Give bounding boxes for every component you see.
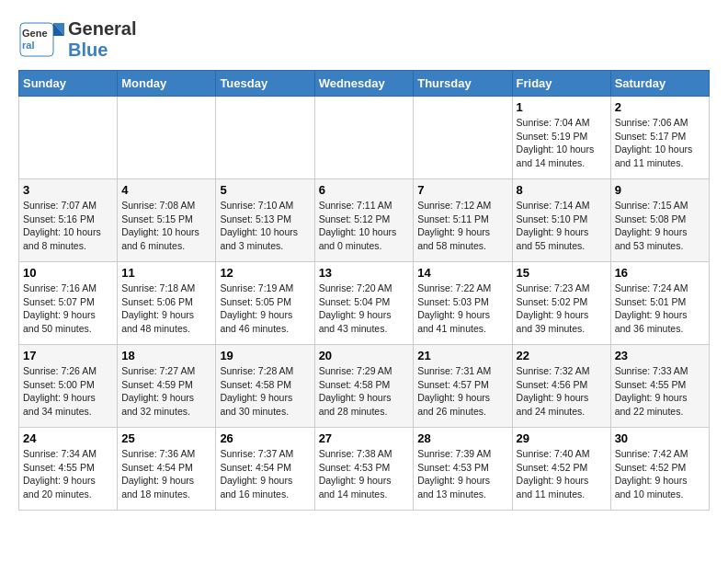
calendar-week-row: 10Sunrise: 7:16 AM Sunset: 5:07 PM Dayli… [19, 262, 710, 345]
day-number: 18 [121, 349, 211, 362]
day-info: Sunrise: 7:16 AM Sunset: 5:07 PM Dayligh… [23, 282, 113, 336]
calendar-day-cell: 4Sunrise: 7:08 AM Sunset: 5:15 PM Daylig… [118, 179, 216, 262]
calendar-day-cell: 2Sunrise: 7:06 AM Sunset: 5:17 PM Daylig… [610, 97, 709, 179]
logo: Gene ral General Blue [18, 18, 137, 61]
day-number: 19 [220, 349, 310, 362]
calendar-day-cell: 24Sunrise: 7:34 AM Sunset: 4:55 PM Dayli… [19, 428, 118, 511]
logo-svg: Gene ral [18, 21, 64, 58]
day-number: 6 [319, 183, 410, 197]
calendar-day-cell: 11Sunrise: 7:18 AM Sunset: 5:06 PM Dayli… [118, 262, 216, 345]
weekday-header-row: SundayMondayTuesdayWednesdayThursdayFrid… [19, 71, 710, 97]
day-number: 2 [615, 100, 705, 114]
weekday-header: Saturday [610, 71, 709, 97]
day-number: 22 [517, 349, 607, 362]
day-info: Sunrise: 7:36 AM Sunset: 4:54 PM Dayligh… [121, 447, 211, 501]
calendar-day-cell: 25Sunrise: 7:36 AM Sunset: 4:54 PM Dayli… [118, 428, 216, 511]
day-info: Sunrise: 7:23 AM Sunset: 5:02 PM Dayligh… [517, 282, 607, 336]
weekday-header: Wednesday [314, 71, 414, 97]
day-info: Sunrise: 7:39 AM Sunset: 4:53 PM Dayligh… [417, 447, 507, 501]
day-number: 28 [417, 431, 507, 445]
day-number: 13 [319, 266, 410, 280]
weekday-header: Tuesday [216, 71, 314, 97]
calendar-day-cell: 7Sunrise: 7:12 AM Sunset: 5:11 PM Daylig… [414, 179, 512, 262]
calendar-week-row: 3Sunrise: 7:07 AM Sunset: 5:16 PM Daylig… [19, 179, 710, 262]
day-number: 26 [220, 431, 310, 445]
day-number: 17 [23, 349, 113, 362]
day-number: 1 [517, 100, 607, 114]
calendar-day-cell: 16Sunrise: 7:24 AM Sunset: 5:01 PM Dayli… [610, 262, 709, 345]
calendar-day-cell: 9Sunrise: 7:15 AM Sunset: 5:08 PM Daylig… [610, 179, 709, 262]
calendar-day-cell: 1Sunrise: 7:04 AM Sunset: 5:19 PM Daylig… [512, 97, 610, 179]
calendar-week-row: 1Sunrise: 7:04 AM Sunset: 5:19 PM Daylig… [19, 97, 710, 179]
day-info: Sunrise: 7:24 AM Sunset: 5:01 PM Dayligh… [615, 282, 705, 336]
day-number: 8 [517, 183, 607, 197]
day-number: 14 [417, 266, 507, 280]
day-info: Sunrise: 7:37 AM Sunset: 4:54 PM Dayligh… [220, 447, 310, 501]
calendar-day-cell: 13Sunrise: 7:20 AM Sunset: 5:04 PM Dayli… [314, 262, 414, 345]
calendar-day-cell [414, 97, 512, 179]
logo-blue-text: Blue [68, 40, 108, 60]
day-info: Sunrise: 7:28 AM Sunset: 4:58 PM Dayligh… [220, 364, 310, 419]
day-info: Sunrise: 7:27 AM Sunset: 4:59 PM Dayligh… [121, 364, 211, 419]
calendar-day-cell: 22Sunrise: 7:32 AM Sunset: 4:56 PM Dayli… [512, 345, 610, 428]
calendar-day-cell [118, 97, 216, 179]
day-info: Sunrise: 7:12 AM Sunset: 5:11 PM Dayligh… [417, 199, 507, 253]
calendar-day-cell: 10Sunrise: 7:16 AM Sunset: 5:07 PM Dayli… [19, 262, 118, 345]
calendar-table: SundayMondayTuesdayWednesdayThursdayFrid… [18, 70, 710, 511]
day-info: Sunrise: 7:29 AM Sunset: 4:58 PM Dayligh… [319, 364, 410, 419]
day-info: Sunrise: 7:34 AM Sunset: 4:55 PM Dayligh… [23, 447, 113, 501]
day-number: 3 [23, 183, 113, 197]
day-number: 21 [417, 349, 507, 362]
calendar-day-cell: 21Sunrise: 7:31 AM Sunset: 4:57 PM Dayli… [414, 345, 512, 428]
day-info: Sunrise: 7:07 AM Sunset: 5:16 PM Dayligh… [23, 199, 113, 253]
day-info: Sunrise: 7:40 AM Sunset: 4:52 PM Dayligh… [517, 447, 607, 501]
page-header: Gene ral General Blue [18, 18, 710, 61]
calendar-week-row: 17Sunrise: 7:26 AM Sunset: 5:00 PM Dayli… [19, 345, 710, 428]
calendar-day-cell: 26Sunrise: 7:37 AM Sunset: 4:54 PM Dayli… [216, 428, 314, 511]
calendar-day-cell: 6Sunrise: 7:11 AM Sunset: 5:12 PM Daylig… [314, 179, 414, 262]
weekday-header: Sunday [19, 71, 118, 97]
calendar-day-cell [216, 97, 314, 179]
calendar-day-cell: 17Sunrise: 7:26 AM Sunset: 5:00 PM Dayli… [19, 345, 118, 428]
calendar-day-cell: 28Sunrise: 7:39 AM Sunset: 4:53 PM Dayli… [414, 428, 512, 511]
day-info: Sunrise: 7:18 AM Sunset: 5:06 PM Dayligh… [121, 282, 211, 336]
day-number: 7 [417, 183, 507, 197]
day-number: 12 [220, 266, 310, 280]
calendar-day-cell: 12Sunrise: 7:19 AM Sunset: 5:05 PM Dayli… [216, 262, 314, 345]
svg-text:Gene: Gene [22, 28, 48, 39]
day-number: 30 [615, 431, 705, 445]
day-info: Sunrise: 7:10 AM Sunset: 5:13 PM Dayligh… [220, 199, 310, 253]
day-info: Sunrise: 7:31 AM Sunset: 4:57 PM Dayligh… [417, 364, 507, 419]
calendar-day-cell: 30Sunrise: 7:42 AM Sunset: 4:52 PM Dayli… [610, 428, 709, 511]
weekday-header: Thursday [414, 71, 512, 97]
calendar-day-cell: 20Sunrise: 7:29 AM Sunset: 4:58 PM Dayli… [314, 345, 414, 428]
day-number: 24 [23, 431, 113, 445]
day-number: 5 [220, 183, 310, 197]
calendar-day-cell: 14Sunrise: 7:22 AM Sunset: 5:03 PM Dayli… [414, 262, 512, 345]
day-number: 23 [615, 349, 705, 362]
day-info: Sunrise: 7:38 AM Sunset: 4:53 PM Dayligh… [319, 447, 410, 501]
day-info: Sunrise: 7:08 AM Sunset: 5:15 PM Dayligh… [121, 199, 211, 253]
weekday-header: Friday [512, 71, 610, 97]
logo-general-text: Gene [68, 18, 114, 39]
day-number: 9 [615, 183, 705, 197]
day-info: Sunrise: 7:11 AM Sunset: 5:12 PM Dayligh… [319, 199, 410, 253]
day-info: Sunrise: 7:32 AM Sunset: 4:56 PM Dayligh… [517, 364, 607, 419]
day-info: Sunrise: 7:06 AM Sunset: 5:17 PM Dayligh… [615, 116, 705, 170]
calendar-day-cell: 15Sunrise: 7:23 AM Sunset: 5:02 PM Dayli… [512, 262, 610, 345]
calendar-day-cell [19, 97, 118, 179]
day-info: Sunrise: 7:15 AM Sunset: 5:08 PM Dayligh… [615, 199, 705, 253]
svg-text:ral: ral [22, 40, 34, 51]
calendar-day-cell: 19Sunrise: 7:28 AM Sunset: 4:58 PM Dayli… [216, 345, 314, 428]
calendar-day-cell: 27Sunrise: 7:38 AM Sunset: 4:53 PM Dayli… [314, 428, 414, 511]
calendar-day-cell: 29Sunrise: 7:40 AM Sunset: 4:52 PM Dayli… [512, 428, 610, 511]
day-number: 25 [121, 431, 211, 445]
day-number: 27 [319, 431, 410, 445]
day-number: 15 [517, 266, 607, 280]
day-info: Sunrise: 7:22 AM Sunset: 5:03 PM Dayligh… [417, 282, 507, 336]
calendar-day-cell: 5Sunrise: 7:10 AM Sunset: 5:13 PM Daylig… [216, 179, 314, 262]
calendar-week-row: 24Sunrise: 7:34 AM Sunset: 4:55 PM Dayli… [19, 428, 710, 511]
day-number: 16 [615, 266, 705, 280]
day-info: Sunrise: 7:42 AM Sunset: 4:52 PM Dayligh… [615, 447, 705, 501]
day-number: 29 [517, 431, 607, 445]
